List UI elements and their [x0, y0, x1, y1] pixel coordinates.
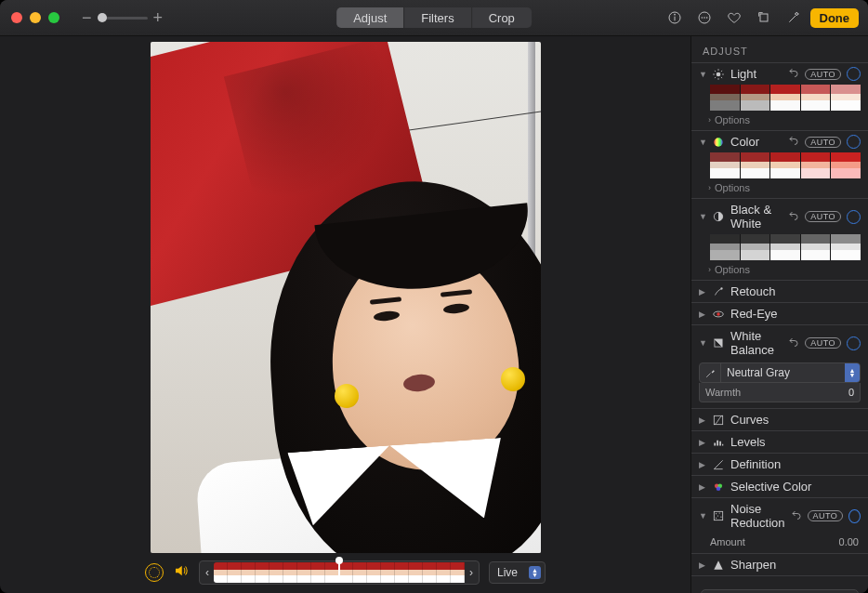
- definition-icon: [712, 458, 725, 471]
- bw-thumbnails[interactable]: [691, 234, 868, 264]
- enable-ring[interactable]: [847, 210, 861, 224]
- auto-button[interactable]: AUTO: [805, 137, 841, 148]
- svg-point-26: [717, 486, 721, 491]
- section-color: ▼ Color AUTO ›Options: [691, 131, 868, 199]
- section-label: Color: [730, 135, 783, 149]
- section-label: Noise Reduction: [730, 502, 785, 530]
- section-label: Definition: [730, 457, 861, 471]
- tab-filters[interactable]: Filters: [404, 7, 470, 28]
- zoom-slider[interactable]: − +: [82, 8, 163, 28]
- svg-point-17: [714, 138, 722, 146]
- frame-strip[interactable]: ‹ ›: [199, 560, 480, 585]
- curves-icon: [712, 414, 725, 427]
- svg-line-13: [715, 70, 716, 71]
- live-mode-label: Live: [497, 566, 518, 579]
- light-options[interactable]: ›Options: [691, 114, 868, 130]
- favorite-button[interactable]: [721, 7, 747, 28]
- nr-amount-row[interactable]: Amount 0.00: [691, 534, 868, 553]
- live-photo-icon[interactable]: [145, 563, 164, 582]
- bw-options[interactable]: ›Options: [691, 264, 868, 280]
- auto-button[interactable]: AUTO: [808, 510, 844, 521]
- auto-button[interactable]: AUTO: [805, 337, 841, 349]
- live-photo-bar: ‹ › Live ▲▼: [0, 559, 690, 586]
- section-noise-reduction: ▼ Noise Reduction AUTO Amount 0.00: [691, 498, 868, 554]
- disclosure-icon[interactable]: ▼: [699, 338, 706, 348]
- more-button[interactable]: [691, 7, 717, 28]
- auto-button[interactable]: AUTO: [805, 211, 841, 222]
- retouch-icon: [712, 285, 725, 298]
- strip-prev[interactable]: ‹: [201, 562, 214, 583]
- zoom-out-icon: −: [82, 8, 92, 28]
- warmth-slider[interactable]: Warmth 0: [699, 383, 861, 402]
- section-sharpen: ▶ Sharpen: [691, 554, 868, 576]
- section-white-balance: ▼ White Balance AUTO Neutral Gray ▲▼ War…: [691, 325, 868, 409]
- fullscreen-window-button[interactable]: [48, 12, 59, 23]
- color-thumbnails[interactable]: [691, 152, 868, 182]
- wb-mode-select[interactable]: Neutral Gray ▲▼: [699, 362, 861, 383]
- disclosure-icon[interactable]: ▶: [699, 482, 706, 492]
- enable-ring[interactable]: [847, 67, 861, 81]
- section-label: Retouch: [730, 284, 861, 298]
- section-label: Levels: [730, 435, 861, 449]
- white-balance-icon: [712, 336, 725, 349]
- auto-enhance-button[interactable]: [781, 7, 807, 28]
- redeye-icon: [712, 308, 725, 321]
- svg-line-14: [721, 76, 722, 77]
- titlebar: − + Adjust Filters Crop Done: [0, 0, 868, 36]
- toolbar-right: Done: [662, 7, 860, 28]
- tab-adjust[interactable]: Adjust: [336, 7, 403, 28]
- strip-next[interactable]: ›: [465, 562, 478, 583]
- svg-point-32: [716, 518, 717, 519]
- svg-point-30: [717, 515, 718, 516]
- disclosure-icon[interactable]: ▶: [699, 560, 706, 570]
- photo-preview[interactable]: [151, 42, 541, 553]
- reset-adjustments-button[interactable]: Reset Adjustments: [701, 589, 859, 593]
- minimize-window-button[interactable]: [30, 12, 41, 23]
- light-thumbnails[interactable]: [691, 85, 868, 114]
- done-button[interactable]: Done: [810, 8, 860, 28]
- undo-icon[interactable]: [788, 67, 799, 81]
- eyedropper-icon[interactable]: [700, 363, 721, 382]
- svg-point-2: [674, 14, 676, 16]
- color-options[interactable]: ›Options: [691, 182, 868, 198]
- svg-line-16: [715, 76, 716, 77]
- undo-icon[interactable]: [788, 135, 799, 149]
- disclosure-icon[interactable]: ▶: [699, 438, 706, 447]
- section-curves: ▶ Curves: [691, 409, 868, 431]
- disclosure-icon[interactable]: ▼: [699, 511, 706, 521]
- sharpen-icon: [712, 559, 725, 572]
- undo-icon[interactable]: [788, 210, 799, 224]
- enable-ring[interactable]: [847, 135, 861, 149]
- canvas-area: ‹ › Live ▲▼: [0, 36, 690, 593]
- section-light: ▼ Light AUTO ›Options: [691, 63, 868, 131]
- disclosure-icon[interactable]: ▼: [699, 70, 706, 79]
- svg-point-28: [716, 513, 717, 514]
- svg-point-5: [704, 17, 705, 19]
- warmth-value: 0: [834, 387, 854, 398]
- zoom-in-icon: +: [153, 8, 164, 28]
- disclosure-icon[interactable]: ▶: [699, 287, 706, 296]
- sound-icon[interactable]: [173, 562, 190, 583]
- disclosure-icon[interactable]: ▼: [699, 212, 706, 221]
- enable-ring[interactable]: [847, 336, 861, 350]
- nr-amount-label: Amount: [710, 536, 745, 547]
- section-label: Light: [730, 67, 783, 81]
- disclosure-icon[interactable]: ▼: [699, 138, 706, 147]
- warmth-label: Warmth: [705, 387, 741, 398]
- tab-crop[interactable]: Crop: [472, 7, 532, 28]
- rotate-button[interactable]: [751, 7, 777, 28]
- live-mode-select[interactable]: Live ▲▼: [489, 561, 546, 584]
- disclosure-icon[interactable]: ▶: [699, 460, 706, 469]
- chevron-updown-icon: ▲▼: [529, 566, 541, 579]
- enable-ring[interactable]: [848, 509, 861, 523]
- undo-icon[interactable]: [791, 509, 802, 523]
- section-bw: ▼ Black & White AUTO ›Options: [691, 199, 868, 281]
- svg-point-6: [705, 17, 707, 19]
- adjust-panel: ADJUST ▼ Light AUTO ›Op: [690, 36, 868, 593]
- undo-icon[interactable]: [788, 336, 799, 350]
- disclosure-icon[interactable]: ▶: [699, 310, 706, 319]
- auto-button[interactable]: AUTO: [805, 69, 841, 80]
- info-button[interactable]: [662, 7, 688, 28]
- disclosure-icon[interactable]: ▶: [699, 415, 706, 425]
- close-window-button[interactable]: [11, 12, 22, 23]
